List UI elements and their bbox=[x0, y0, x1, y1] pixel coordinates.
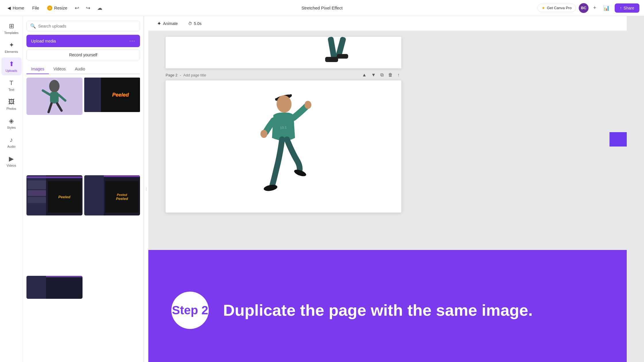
clock-icon: ⏱ bbox=[188, 21, 192, 26]
sidebar-item-uploads[interactable]: ⬆ Uploads bbox=[1, 57, 22, 75]
analytics-button[interactable]: 📊 bbox=[601, 4, 612, 12]
share-icon: ↑ bbox=[620, 6, 622, 10]
page-collapse-down-button[interactable]: ▼ bbox=[369, 71, 377, 79]
sidebar-item-styles[interactable]: ◈ Styles bbox=[1, 114, 22, 132]
share-button[interactable]: ↑ Share bbox=[615, 3, 639, 13]
sidebar-item-text[interactable]: T Text bbox=[1, 76, 22, 94]
templates-label: Templates bbox=[4, 31, 18, 34]
videos-icon: ▶ bbox=[9, 155, 14, 163]
file-button[interactable]: File bbox=[29, 4, 42, 12]
svg-point-15 bbox=[263, 184, 278, 192]
search-bar[interactable]: 🔍 bbox=[26, 21, 140, 31]
svg-rect-6 bbox=[327, 37, 337, 60]
page1-partial bbox=[166, 37, 401, 68]
search-input[interactable] bbox=[38, 24, 136, 28]
page2-container: ↻ bbox=[166, 80, 401, 213]
page2-label: Page 2 bbox=[166, 73, 177, 77]
main-layout: ⊞ Templates ✦ Elements ⬆ Uploads T Text … bbox=[0, 16, 644, 362]
photos-icon: 🖼 bbox=[8, 98, 15, 106]
photos-label: Photos bbox=[6, 107, 16, 110]
resize-button[interactable]: ⊙ Resize bbox=[44, 4, 70, 12]
media-thumb-4[interactable]: Peeled Peeled bbox=[84, 175, 140, 215]
document-title-text: Stretched Pixel Effect bbox=[301, 5, 342, 10]
search-icon: 🔍 bbox=[30, 23, 36, 29]
tab-images[interactable]: Images bbox=[26, 64, 49, 74]
dancer-area[interactable]: 10.1 bbox=[166, 80, 401, 201]
sidebar-item-audio[interactable]: ♪ Audio bbox=[1, 133, 22, 151]
record-yourself-button[interactable]: Record yourself bbox=[26, 49, 140, 60]
animate-button[interactable]: ✦ Animate bbox=[154, 19, 181, 28]
page-delete-button[interactable]: 🗑 bbox=[386, 71, 394, 79]
sidebar-icons: ⊞ Templates ✦ Elements ⬆ Uploads T Text … bbox=[0, 16, 23, 362]
nav-left-group: ◀ Home File ⊙ Resize ↩ ↪ ☁ bbox=[5, 3, 105, 13]
elements-label: Elements bbox=[5, 50, 18, 53]
uploads-label: Uploads bbox=[5, 69, 17, 72]
thumb-peeled-text1: Peeled bbox=[117, 193, 127, 197]
upload-media-label: Upload media bbox=[31, 39, 56, 43]
media-thumb-2[interactable]: Peeled bbox=[84, 78, 140, 112]
page1-dancer-partial bbox=[309, 37, 367, 68]
svg-line-4 bbox=[49, 103, 51, 112]
videos-tab-label: Videos bbox=[53, 67, 66, 71]
undo-button[interactable]: ↩ bbox=[72, 3, 81, 13]
thumb-canvas: Peeled bbox=[48, 181, 81, 213]
audio-icon: ♪ bbox=[10, 136, 13, 144]
tab-videos[interactable]: Videos bbox=[49, 64, 70, 74]
thumb-peeled-text2: Peeled bbox=[116, 197, 128, 201]
page-share-button[interactable]: ↑ bbox=[396, 71, 401, 79]
dancer-thumb-1 bbox=[40, 78, 69, 115]
chevron-left-icon: ◀ bbox=[7, 5, 11, 11]
bottom-banner: Step 2 Duplicate the page with the same … bbox=[148, 250, 627, 362]
sidebar-item-templates[interactable]: ⊞ Templates bbox=[1, 20, 22, 37]
templates-icon: ⊞ bbox=[9, 22, 14, 30]
svg-marker-18 bbox=[610, 126, 627, 152]
thumb-canvas2: Peeled Peeled bbox=[105, 181, 139, 213]
home-button[interactable]: ◀ Home bbox=[5, 4, 27, 12]
images-tab-label: Images bbox=[31, 67, 44, 71]
thumb-sidebar bbox=[84, 78, 101, 112]
sidebar-item-videos[interactable]: ▶ Videos bbox=[1, 152, 22, 170]
peeled-label: Peeled bbox=[58, 195, 70, 199]
styles-icon: ◈ bbox=[9, 117, 14, 125]
thumb-list-item2 bbox=[28, 190, 46, 196]
document-title: Stretched Pixel Effect bbox=[301, 5, 342, 10]
get-pro-button[interactable]: ★ Get Canva Pro bbox=[537, 4, 576, 12]
media-thumb-5[interactable] bbox=[26, 276, 83, 299]
sidebar-item-elements[interactable]: ✦ Elements bbox=[1, 38, 22, 56]
styles-label: Styles bbox=[7, 126, 16, 129]
svg-point-14 bbox=[260, 130, 267, 138]
add-team-button[interactable]: + bbox=[591, 4, 598, 12]
panel-resize-handle[interactable]: ⋮ bbox=[144, 16, 148, 362]
thumb-main: Peeled bbox=[101, 78, 140, 112]
audio-tab-label: Audio bbox=[75, 67, 85, 71]
cloud-save-button[interactable]: ☁ bbox=[95, 3, 105, 13]
user-avatar[interactable]: BC bbox=[579, 3, 589, 13]
banner-content: Step 2 Duplicate the page with the same … bbox=[148, 274, 556, 338]
upload-media-button[interactable]: Upload media ··· bbox=[26, 35, 140, 47]
redo-button[interactable]: ↪ bbox=[84, 3, 93, 13]
share-label: Share bbox=[624, 6, 634, 10]
svg-line-3 bbox=[59, 95, 65, 101]
elements-icon: ✦ bbox=[9, 41, 14, 49]
media-thumb-3[interactable]: Peeled bbox=[26, 175, 83, 215]
media-thumb-1[interactable] bbox=[26, 78, 83, 115]
dancer-feet-svg bbox=[309, 37, 367, 68]
svg-text:10.1: 10.1 bbox=[280, 125, 287, 130]
peeled-text: Peeled bbox=[112, 92, 129, 98]
text-label: Text bbox=[8, 88, 14, 91]
svg-rect-9 bbox=[337, 54, 348, 59]
audio-label: Audio bbox=[7, 145, 15, 148]
svg-line-2 bbox=[43, 90, 50, 95]
svg-rect-1 bbox=[50, 92, 59, 103]
canvas-area: ✦ Animate ⏱ 5.0s bbox=[148, 16, 627, 362]
animate-icon: ✦ bbox=[157, 20, 161, 27]
thumb-sidebar4 bbox=[26, 276, 46, 299]
page-collapse-up-button[interactable]: ▲ bbox=[360, 71, 368, 79]
page2-title-input[interactable] bbox=[183, 73, 232, 77]
page-copy-button[interactable]: ⧉ bbox=[379, 71, 385, 79]
big-arrow-svg bbox=[610, 126, 627, 152]
tab-audio[interactable]: Audio bbox=[70, 64, 90, 74]
sidebar-item-photos[interactable]: 🖼 Photos bbox=[1, 95, 22, 113]
timer-button[interactable]: ⏱ 5.0s bbox=[185, 20, 204, 28]
page2-wrapper: ↻ bbox=[154, 80, 621, 213]
